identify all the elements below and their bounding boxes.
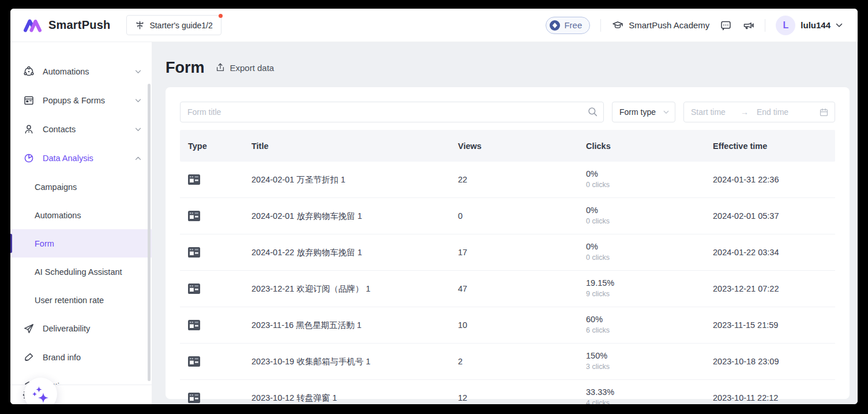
row-views: 10 [458, 320, 586, 330]
row-clicks: 60% 6 clicks [586, 315, 713, 335]
sidebar-item-label: Deliverability [43, 324, 90, 333]
guide-label: Starter's guide1/2 [149, 21, 212, 30]
form-table-card: Form type Start time → End time [166, 87, 850, 399]
row-click-rate: 0% [586, 243, 713, 252]
row-clicks: 0% 0 clicks [586, 170, 713, 189]
main-content: Form Export data [152, 42, 858, 404]
divider [600, 19, 601, 32]
table-row[interactable]: 2023-11-16 黑色星期五活動 1 10 60% 6 clicks 202… [180, 307, 835, 344]
table-row[interactable]: 2023-10-12 转盘弹窗 1 12 33.33% 4 clicks 202… [180, 380, 835, 404]
export-icon [215, 62, 226, 73]
divider [765, 19, 765, 32]
sidebar: Automations Popups & Forms [10, 42, 152, 404]
subitem-label: Campaigns [35, 182, 77, 192]
form-type-icon [188, 247, 251, 258]
sidebar-item-label: Automations [43, 67, 89, 76]
person-icon [23, 124, 35, 135]
ai-sparkles-icon [31, 385, 51, 404]
col-clicks: Clicks [586, 141, 713, 151]
row-effective-time: 2023-11-15 21:59 [713, 320, 835, 330]
row-title: 2023-10-19 收集邮箱与手机号 1 [251, 356, 458, 367]
table-row[interactable]: 2023-10-19 收集邮箱与手机号 1 2 150% 3 clicks 20… [180, 344, 835, 380]
row-click-rate: 60% [586, 315, 713, 325]
form-title-search-input[interactable] [180, 102, 604, 122]
sidebar-item-automations[interactable]: Automations [10, 57, 152, 86]
form-type-label: Form type [619, 107, 656, 117]
announcements-icon[interactable] [742, 20, 754, 31]
row-title: 2023-11-16 黑色星期五活動 1 [251, 320, 458, 331]
col-effective-time: Effective time [713, 141, 835, 151]
chevron-down-icon [836, 23, 843, 28]
sidebar-item-label: Contacts [43, 125, 76, 134]
col-type: Type [188, 141, 251, 151]
graduation-cap-icon [611, 20, 624, 31]
row-views: 2 [458, 357, 586, 366]
sidebar-item-data-analysis[interactable]: Data Analysis [10, 144, 152, 173]
range-arrow: → [741, 107, 749, 117]
row-clicks-count: 0 clicks [586, 181, 713, 189]
row-clicks-count: 6 clicks [586, 327, 713, 335]
table-row[interactable]: 2024-02-01 万圣节折扣 1 22 0% 0 clicks 2024-0… [180, 162, 835, 198]
subitem-label: Automations [35, 211, 81, 220]
row-clicks-count: 0 clicks [586, 254, 713, 262]
sidebar-subitem-automations[interactable]: Automations [10, 201, 152, 229]
chevron-up-icon [135, 156, 141, 161]
col-title: Title [251, 141, 458, 151]
sidebar-scrollbar[interactable] [148, 84, 151, 381]
table-body: 2024-02-01 万圣节折扣 1 22 0% 0 clicks 2024-0… [180, 162, 835, 404]
sidebar-item-deliverability[interactable]: Deliverability [10, 314, 152, 343]
date-range-picker[interactable]: Start time → End time [683, 102, 835, 122]
brand[interactable]: SmartPush [23, 17, 110, 33]
brand-name: SmartPush [48, 18, 110, 32]
chevron-down-icon [663, 110, 669, 114]
sidebar-item-popups-forms[interactable]: Popups & Forms [10, 86, 152, 115]
row-clicks: 150% 3 clicks [586, 352, 713, 371]
sidebar-subitem-campaigns[interactable]: Campaigns [10, 173, 152, 201]
row-title: 2024-02-01 万圣节折扣 1 [251, 174, 458, 185]
sidebar-subitem-form[interactable]: Form [10, 229, 152, 258]
row-effective-time: 2023-10-11 22:12 [713, 393, 835, 402]
row-clicks: 19.15% 9 clicks [586, 279, 713, 299]
chevron-down-icon [135, 99, 141, 103]
top-bar: SmartPush Starter's guide1/2 Free [10, 9, 858, 42]
row-clicks-count: 0 clicks [586, 218, 713, 226]
chevron-down-icon [135, 128, 141, 132]
academy-link[interactable]: SmartPush Academy [611, 20, 709, 31]
end-time-placeholder: End time [757, 107, 788, 117]
calendar-icon [819, 107, 829, 117]
sidebar-item-label: Popups & Forms [43, 96, 105, 105]
starters-guide-button[interactable]: Starter's guide1/2 [126, 15, 221, 35]
row-click-rate: 0% [586, 170, 713, 179]
form-type-icon [188, 393, 251, 403]
plan-gem-icon [549, 20, 561, 31]
table-row[interactable]: 2024-01-22 放弃购物车挽留 1 17 0% 0 clicks 2024… [180, 234, 835, 271]
form-type-select[interactable]: Form type [612, 102, 675, 122]
form-type-icon [188, 284, 251, 294]
paper-plane-icon [23, 323, 35, 334]
table-row[interactable]: 2024-02-01 放弃购物车挽留 1 0 0% 0 clicks 2024-… [180, 198, 835, 234]
sidebar-item-brand-info[interactable]: Brand info [10, 343, 152, 372]
search-icon[interactable] [587, 106, 598, 117]
row-clicks-count: 3 clicks [586, 363, 713, 371]
plan-label: Free [564, 20, 582, 30]
sidebar-item-contacts[interactable]: Contacts [10, 115, 152, 144]
chevron-down-icon [135, 70, 141, 74]
form-type-icon [188, 356, 251, 367]
row-clicks: 0% 0 clicks [586, 243, 713, 262]
sidebar-subitem-user-retention[interactable]: User retention rate [10, 286, 152, 314]
plan-badge[interactable]: Free [546, 17, 590, 34]
row-title: 2024-01-22 放弃购物车挽留 1 [251, 247, 458, 258]
form-type-icon [188, 211, 251, 221]
table-row[interactable]: 2023-12-21 欢迎订阅（品牌） 1 47 19.15% 9 clicks… [180, 271, 835, 307]
feedback-chat-icon[interactable] [720, 20, 732, 31]
row-views: 22 [458, 175, 586, 184]
guide-steps-icon [135, 20, 145, 30]
subitem-label: AI Scheduling Assistant [35, 267, 122, 277]
user-menu[interactable]: L lulu144 [776, 16, 843, 35]
row-click-rate: 19.15% [586, 279, 713, 288]
sidebar-subitem-ai-scheduling[interactable]: AI Scheduling Assistant [10, 258, 152, 286]
page-title: Form [166, 59, 205, 77]
export-data-button[interactable]: Export data [215, 62, 275, 73]
table-header: Type Title Views Clicks Effective time [180, 130, 835, 162]
row-effective-time: 2024-01-22 03:34 [713, 248, 835, 257]
